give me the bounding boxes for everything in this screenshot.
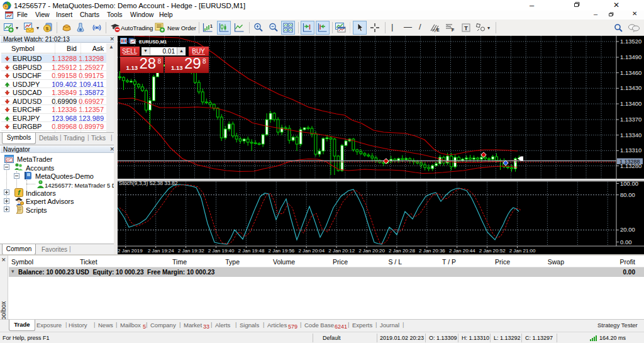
svg-text:2 Jan 20:04: 2 Jan 20:04	[298, 248, 325, 254]
svg-text:1.13310: 1.13310	[620, 147, 641, 154]
svg-text:2 Jan 21:00: 2 Jan 21:00	[509, 248, 536, 254]
svg-text:F: F	[452, 28, 455, 32]
svg-text:2 Jan 19:56: 2 Jan 19:56	[269, 248, 295, 254]
svg-text:E: E	[436, 28, 440, 32]
svg-text:100.00: 100.00	[620, 180, 638, 187]
svg-text:1.13370: 1.13370	[620, 116, 641, 123]
svg-text:2 Jan 19:24: 2 Jan 19:24	[148, 248, 174, 254]
svg-text:1: 1	[210, 24, 213, 28]
svg-text:2 Jan 20:28: 2 Jan 20:28	[389, 248, 415, 254]
svg-text:2 Jan 20:52: 2 Jan 20:52	[479, 248, 506, 254]
svg-text:$: $	[46, 26, 49, 31]
svg-text:2 Jan 20:36: 2 Jan 20:36	[419, 248, 445, 254]
svg-text:1.13288: 1.13288	[619, 159, 640, 165]
svg-text:2 Jan 2019: 2 Jan 2019	[118, 248, 143, 254]
svg-text:1.13400: 1.13400	[620, 100, 641, 107]
svg-text:2 Jan 20:20: 2 Jan 20:20	[358, 248, 385, 254]
svg-text:1.13430: 1.13430	[620, 84, 641, 91]
svg-text:20.00: 20.00	[620, 226, 635, 233]
svg-text:2 Jan 19:48: 2 Jan 19:48	[238, 248, 265, 254]
svg-text:2 Jan 20:44: 2 Jan 20:44	[449, 248, 475, 254]
svg-text:1.13340: 1.13340	[620, 132, 641, 138]
svg-text:2 Jan 19:32: 2 Jan 19:32	[178, 248, 204, 254]
svg-text:1.13520: 1.13520	[620, 38, 641, 45]
svg-text:1.13490: 1.13490	[620, 53, 641, 60]
svg-text:2 Jan 20:12: 2 Jan 20:12	[328, 248, 355, 254]
svg-text:2 Jan 19:40: 2 Jan 19:40	[208, 248, 235, 254]
svg-text:T: T	[464, 25, 468, 31]
svg-text:Stoch(9,3,3) 52.38 33.82: Stoch(9,3,3) 52.38 33.82	[119, 180, 178, 186]
svg-text:80.00: 80.00	[620, 191, 635, 198]
svg-text:1.13460: 1.13460	[620, 69, 641, 76]
svg-text:0.00: 0.00	[620, 239, 632, 245]
